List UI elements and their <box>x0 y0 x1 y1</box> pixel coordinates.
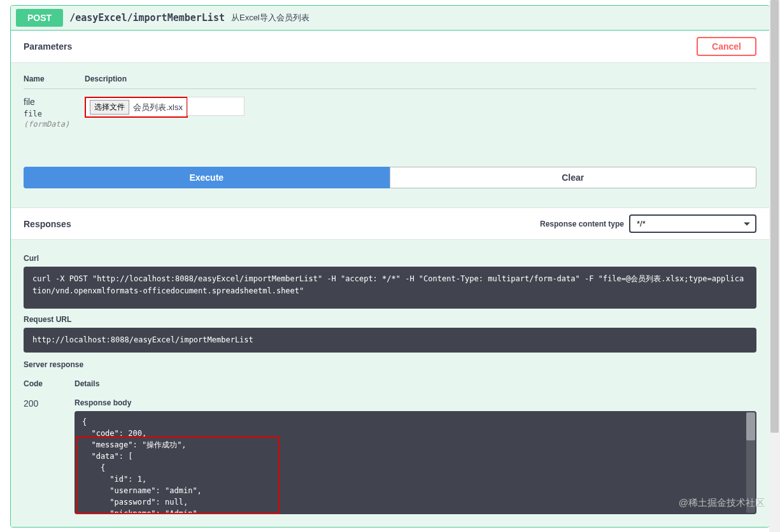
column-header-details: Details <box>74 379 756 388</box>
response-body-scrollbar-thumb[interactable] <box>746 412 755 440</box>
request-url-box[interactable]: http://localhost:8088/easyExcel/importMe… <box>24 328 756 353</box>
content-type-select[interactable]: */* <box>629 214 756 233</box>
operation-path: /easyExcel/importMemberList <box>69 12 225 24</box>
execute-button[interactable]: Execute <box>24 167 390 188</box>
choose-file-button[interactable]: 选择文件 <box>90 100 129 115</box>
curl-label: Curl <box>24 254 756 263</box>
operation-header[interactable]: POST /easyExcel/importMemberList 从Excel导… <box>11 6 769 31</box>
parameter-row: file file (formData) 选择文件 会员列表.xlsx <box>24 89 756 129</box>
response-body-box[interactable]: { "code": 200, "message": "操作成功", "data"… <box>74 411 756 514</box>
responses-title: Responses <box>24 219 71 229</box>
server-response-label: Server response <box>24 360 756 369</box>
request-url-label: Request URL <box>24 315 756 324</box>
page-scrollbar[interactable] <box>769 0 780 532</box>
curl-box[interactable]: curl -X POST "http://localhost:8088/easy… <box>24 267 756 309</box>
content-type-label: Response content type <box>540 220 624 228</box>
response-body-label: Response body <box>74 398 756 407</box>
parameters-table: Name Description file file (formData) 选择 <box>11 63 769 207</box>
parameter-name: file <box>24 97 85 107</box>
column-header-code: Code <box>24 379 74 388</box>
file-input-group: 选择文件 会员列表.xlsx <box>85 97 188 118</box>
http-method-badge: POST <box>16 9 63 27</box>
cancel-button[interactable]: Cancel <box>697 37 756 56</box>
parameter-type: file <box>24 109 85 118</box>
responses-section-header: Responses Response content type */* <box>11 207 769 240</box>
clear-button[interactable]: Clear <box>390 167 757 188</box>
parameters-section-header: Parameters Cancel <box>11 31 769 63</box>
response-status-code: 200 <box>24 398 74 514</box>
parameters-title: Parameters <box>24 41 72 52</box>
file-extra-field[interactable] <box>187 97 245 116</box>
column-header-description: Description <box>85 74 756 83</box>
page-scrollbar-thumb[interactable] <box>770 0 779 433</box>
operation-summary: 从Excel导入会员列表 <box>231 12 309 24</box>
selected-file-name: 会员列表.xlsx <box>133 102 183 113</box>
watermark: @稀土掘金技术社区 <box>679 497 765 509</box>
parameter-in: (formData) <box>24 120 85 129</box>
response-row: 200 Response body { "code": 200, "messag… <box>24 398 756 514</box>
operation-block: POST /easyExcel/importMemberList 从Excel导… <box>10 5 770 528</box>
column-header-name: Name <box>24 74 85 83</box>
responses-body: Curl curl -X POST "http://localhost:8088… <box>11 240 769 527</box>
